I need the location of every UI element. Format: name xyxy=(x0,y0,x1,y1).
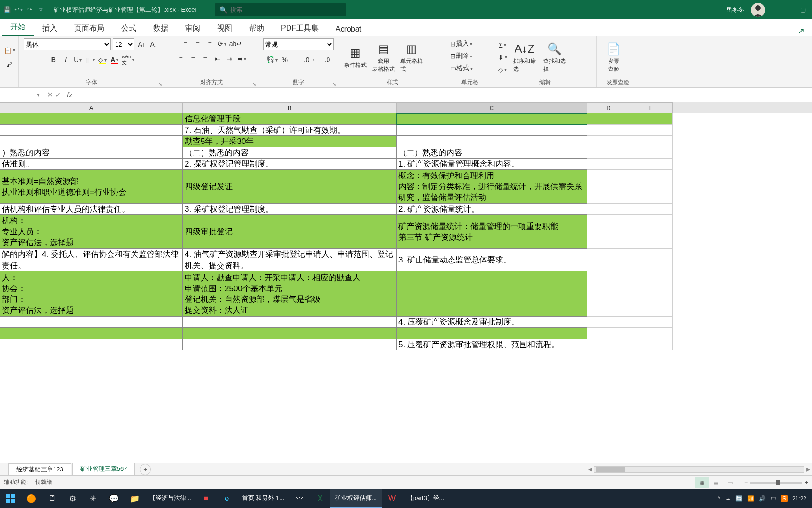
horizontal-scrollbar[interactable]: ◂ ▸ xyxy=(586,466,812,473)
cell[interactable]: 信息化管理手段 xyxy=(183,113,397,125)
col-header-c[interactable]: C xyxy=(397,102,587,113)
number-format-select[interactable]: 常规 xyxy=(263,38,334,50)
tab-insert[interactable]: 插入 xyxy=(34,20,66,36)
cell[interactable]: 机构： 专业人员： 资产评估法，选择题 xyxy=(0,215,183,249)
cell[interactable] xyxy=(0,339,183,350)
taskbar-app-4[interactable]: ✳ xyxy=(83,489,103,508)
fx-icon[interactable]: fx xyxy=(67,91,72,99)
cell[interactable]: 四级登记发证 xyxy=(183,170,397,204)
cell[interactable] xyxy=(630,204,673,215)
formula-input[interactable] xyxy=(74,89,812,101)
zoom-in-icon[interactable]: + xyxy=(805,479,808,486)
qat-customize-icon[interactable]: ▿ xyxy=(38,7,44,13)
taskbar-app-homepage[interactable]: 首页 和另外 1... xyxy=(237,489,289,508)
start-button[interactable] xyxy=(0,489,21,508)
taskbar-app-2[interactable]: 🖥 xyxy=(41,489,62,508)
cell[interactable] xyxy=(0,113,183,125)
cell[interactable]: 估准则。 xyxy=(0,159,183,170)
cell[interactable] xyxy=(587,125,630,136)
phonetic-button[interactable]: wén文▾ xyxy=(122,54,134,65)
cell[interactable]: 申请人：勘查申请人：开采申请人：相应的勘查人 申请范围：2500个基本单元 登记… xyxy=(183,271,397,317)
cell-styles-button[interactable]: ▥单元格样式 xyxy=(398,40,425,75)
table-row[interactable]: 4. 压覆矿产资源概念及审批制度。 xyxy=(0,317,812,328)
table-row[interactable]: 5. 压覆矿产资源审批管理权限、范围和流程。 xyxy=(0,339,812,350)
view-page-break-icon[interactable]: ▭ xyxy=(724,477,737,488)
font-size-select[interactable]: 12 xyxy=(113,38,134,50)
tray-time[interactable]: 21:22 xyxy=(792,495,806,502)
decrease-decimal-icon[interactable]: ←.0 xyxy=(318,54,330,65)
italic-button[interactable]: I xyxy=(61,54,71,65)
paste-icon[interactable]: 📋▾ xyxy=(4,45,15,56)
find-select-button[interactable]: 🔍查找和选择 xyxy=(541,40,568,75)
cell[interactable] xyxy=(0,136,183,147)
tray-overflow-icon[interactable]: ^ xyxy=(718,495,720,502)
format-cells-button[interactable]: ▭ 格式▾ xyxy=(450,63,473,74)
table-row[interactable]: 信息化管理手段 xyxy=(0,113,812,125)
ribbon-display-icon[interactable] xyxy=(772,7,780,13)
cell[interactable]: 3. 采矿权登记管理制度。 xyxy=(183,204,397,215)
table-row[interactable]: 基本准则=自然资源部 执业准则和职业道德准则=行业协会四级登记发证概念：有效保护… xyxy=(0,170,812,204)
cell[interactable] xyxy=(397,125,587,136)
decrease-font-icon[interactable]: A↓ xyxy=(148,39,159,50)
cell[interactable]: 4. 压覆矿产资源概念及审批制度。 xyxy=(397,317,587,328)
col-header-d[interactable]: D xyxy=(587,102,630,113)
col-header-e[interactable]: E xyxy=(630,102,673,113)
tray-wifi-icon[interactable]: 📶 xyxy=(747,495,754,502)
align-left-icon[interactable]: ≡ xyxy=(176,53,186,64)
cell[interactable]: 估机构和评估专业人员的法律责任。 xyxy=(0,204,183,215)
increase-decimal-icon[interactable]: .0→ xyxy=(304,54,316,65)
cell[interactable] xyxy=(0,125,183,136)
view-page-layout-icon[interactable]: ▤ xyxy=(710,477,723,488)
wrap-text-icon[interactable]: ab↵ xyxy=(229,38,242,49)
name-box[interactable]: ▾ xyxy=(2,89,43,101)
cell[interactable]: （二）熟悉的内容 xyxy=(183,147,397,159)
cell[interactable] xyxy=(587,113,630,125)
cell[interactable] xyxy=(630,317,673,328)
share-icon[interactable]: ↗ xyxy=(797,26,812,36)
cell[interactable]: 解的内容】4. 委托人、评估协会和有关监管部法律责任。 xyxy=(0,249,183,271)
tab-data[interactable]: 数据 xyxy=(145,20,177,36)
autosum-icon[interactable]: Σ▾ xyxy=(497,40,508,51)
cell[interactable] xyxy=(630,271,673,317)
cell[interactable] xyxy=(630,147,673,159)
font-family-select[interactable]: 黑体 xyxy=(24,38,111,50)
table-row[interactable] xyxy=(0,328,812,339)
tab-home[interactable]: 开始 xyxy=(2,18,34,36)
table-row[interactable]: 人： 协会： 部门： 资产评估法，选择题申请人：勘查申请人：开采申请人：相应的勘… xyxy=(0,271,812,317)
col-header-b[interactable]: B xyxy=(183,102,397,113)
table-row[interactable]: 估准则。2. 探矿权登记管理制度。1. 矿产资源储量管理概念和内容。 xyxy=(0,159,812,170)
cell[interactable]: 勘查5年，开采30年 xyxy=(183,136,397,147)
table-row[interactable]: 解的内容】4. 委托人、评估协会和有关监管部法律责任。4. 油气矿产资源勘查开采… xyxy=(0,249,812,271)
cell[interactable] xyxy=(630,159,673,170)
search-input[interactable] xyxy=(230,6,342,13)
user-name[interactable]: 岳冬冬 xyxy=(726,6,744,14)
conditional-format-button[interactable]: ▦条件格式 xyxy=(342,43,368,71)
cell[interactable]: 7. 石油、天然气勘查（采矿）许可证有效期。 xyxy=(183,125,397,136)
clear-icon[interactable]: ◇▾ xyxy=(497,64,508,75)
align-right-icon[interactable]: ≡ xyxy=(200,53,211,64)
cell[interactable] xyxy=(630,170,673,204)
underline-button[interactable]: U▾ xyxy=(73,54,83,65)
orientation-icon[interactable]: ⟳▾ xyxy=(217,38,227,49)
table-format-button[interactable]: ▤套用 表格格式 xyxy=(370,40,397,75)
cell[interactable]: 2. 矿产资源储量统计。 xyxy=(397,204,587,215)
taskbar-wechat[interactable]: 💬 xyxy=(103,489,124,508)
tab-view[interactable]: 视图 xyxy=(209,20,241,36)
cell[interactable] xyxy=(630,328,673,339)
cell[interactable] xyxy=(397,113,587,125)
cell[interactable] xyxy=(587,328,630,339)
cell[interactable] xyxy=(587,215,630,249)
comma-icon[interactable]: , xyxy=(292,54,302,65)
cell[interactable] xyxy=(587,170,630,204)
fill-icon[interactable]: ⬇▾ xyxy=(497,52,508,63)
currency-icon[interactable]: 💱▾ xyxy=(266,54,278,65)
cell[interactable] xyxy=(183,339,397,350)
cell[interactable] xyxy=(630,125,673,136)
taskbar-app-part3[interactable]: 【part3】经... xyxy=(402,489,449,508)
invoice-verify-button[interactable]: 📄发票 查验 xyxy=(601,40,627,75)
cell[interactable]: 人： 协会： 部门： 资产评估法，选择题 xyxy=(0,271,183,317)
cell[interactable]: 4. 油气矿产资源勘查开采审批登记申请人、申请范围、登记机关、提交资料。 xyxy=(183,249,397,271)
tray-onedrive-icon[interactable]: ☁ xyxy=(725,495,731,502)
cancel-formula-icon[interactable]: ✕ xyxy=(47,90,53,99)
tab-layout[interactable]: 页面布局 xyxy=(66,20,113,36)
